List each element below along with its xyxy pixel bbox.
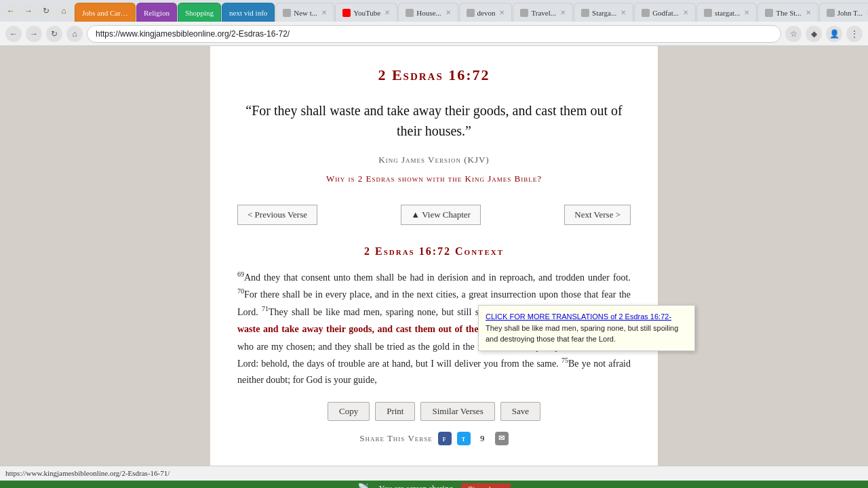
action-buttons: Copy Print Similar Verses Save	[237, 402, 631, 421]
tab-favicon	[704, 9, 712, 17]
tab-new1[interactable]: New t... ✕	[275, 3, 334, 22]
twitter-share-icon[interactable]: t	[457, 432, 471, 445]
tab-bar: ← → ↻ ⌂ Jobs and Careers Religion Shoppi…	[0, 0, 868, 22]
back-btn[interactable]: ←	[5, 26, 22, 42]
tab-favicon	[765, 9, 773, 17]
tab-religion[interactable]: Religion	[136, 3, 177, 22]
tab-shopping[interactable]: Shopping	[178, 3, 221, 22]
back-button[interactable]: ←	[3, 3, 19, 19]
tooltip-text: They shall be like mad men, sparing none…	[486, 324, 678, 344]
forward-btn[interactable]: →	[26, 26, 42, 42]
pinterest-share-icon[interactable]: 9	[476, 432, 490, 445]
facebook-share-icon[interactable]: f	[438, 432, 452, 445]
reload-button[interactable]: ↻	[38, 3, 54, 19]
tab-favicon	[283, 9, 291, 17]
tab-travel[interactable]: Travel... ✕	[513, 3, 573, 22]
home-btn[interactable]: ⌂	[66, 26, 83, 42]
tab-favicon	[827, 9, 835, 17]
screen-share-icon: 📡	[357, 483, 371, 488]
address-bar: ← → ↻ ⌂ ☆ ◆ 👤 ⋮	[0, 22, 868, 46]
status-bar: https://www.kingjamesbibleonline.org/2-E…	[0, 466, 868, 481]
verse-attribution: King James Version (KJV)	[237, 155, 631, 165]
tab-jobs[interactable]: Jobs and Careers	[75, 3, 136, 22]
why-link[interactable]: Why is 2 Esdras shown with the King Jame…	[237, 174, 631, 184]
tab-starga1[interactable]: Starga... ✕	[574, 3, 633, 22]
tab-favicon	[467, 9, 475, 17]
verse-num-71: 71	[262, 305, 269, 312]
menu-btn[interactable]: ⋮	[846, 26, 863, 42]
screen-sharing-text: You are screen sharing	[379, 484, 453, 488]
bookmark-btn[interactable]: ☆	[785, 26, 802, 42]
tab-next-vid[interactable]: next vid info	[222, 3, 275, 22]
extensions-btn[interactable]: ◆	[806, 26, 822, 42]
verse-num-70: 70	[237, 287, 244, 295]
tab-youtube[interactable]: YouTube ✕	[335, 3, 397, 22]
share-row: Share This Verse f t 9 ✉	[237, 432, 631, 445]
share-label: Share This Verse	[359, 433, 433, 444]
right-panel	[658, 46, 868, 466]
status-url: https://www.kingjamesbibleonline.org/2-E…	[5, 469, 170, 477]
tab-starga2[interactable]: stargat... ✕	[696, 3, 757, 22]
main-layout: 2 Esdras 16:72 “For they shall waste and…	[0, 46, 868, 466]
next-verse-button[interactable]: Next Verse >	[564, 205, 631, 225]
context-title: 2 Esdras 16:72 Context	[237, 245, 631, 258]
left-panel	[0, 46, 210, 466]
tab-devon[interactable]: devon ✕	[459, 3, 513, 22]
navigation-buttons: < Previous Verse ▲ View Chapter Next Ver…	[237, 205, 631, 225]
tab-favicon	[520, 9, 528, 17]
verse-num-69: 69	[237, 270, 244, 278]
tooltip-link[interactable]: CLICK FOR MORE TRANSLATIONS of 2 Esdras …	[486, 312, 671, 321]
tooltip-popup: CLICK FOR MORE TRANSLATIONS of 2 Esdras …	[478, 305, 695, 351]
home-button[interactable]: ⌂	[56, 3, 72, 19]
tab-thest[interactable]: The St... ✕	[757, 3, 818, 22]
url-input[interactable]	[87, 25, 781, 43]
save-button[interactable]: Save	[500, 402, 540, 421]
forward-button[interactable]: →	[20, 3, 37, 19]
profile-btn[interactable]: 👤	[826, 26, 842, 42]
view-chapter-button[interactable]: ▲ View Chapter	[401, 205, 481, 225]
tab-favicon	[581, 9, 589, 17]
screen-sharing-bar: 📡 You are screen sharing Stop share	[0, 481, 868, 488]
print-button[interactable]: Print	[375, 402, 415, 421]
similar-verses-button[interactable]: Similar Verses	[420, 402, 494, 421]
stop-share-button[interactable]: Stop share	[461, 483, 511, 488]
tab-favicon	[406, 9, 414, 17]
browser-chrome: ← → ↻ ⌂ Jobs and Careers Religion Shoppi…	[0, 0, 868, 46]
verse-title: 2 Esdras 16:72	[237, 66, 631, 84]
previous-verse-button[interactable]: < Previous Verse	[237, 205, 317, 225]
verse-quote: “For they shall waste and take away thei…	[237, 100, 631, 141]
page-content: 2 Esdras 16:72 “For they shall waste and…	[210, 46, 658, 466]
verse-num-75: 75	[561, 357, 568, 364]
tab-favicon-yt	[342, 9, 351, 17]
tab-favicon	[642, 9, 650, 17]
reload-btn[interactable]: ↻	[46, 26, 62, 42]
tab-godfather[interactable]: Godfat... ✕	[634, 3, 696, 22]
email-share-icon[interactable]: ✉	[495, 432, 509, 445]
tab-johnt[interactable]: John T... ✕	[819, 3, 868, 22]
copy-button[interactable]: Copy	[328, 402, 370, 421]
tab-house[interactable]: House... ✕	[398, 3, 458, 22]
